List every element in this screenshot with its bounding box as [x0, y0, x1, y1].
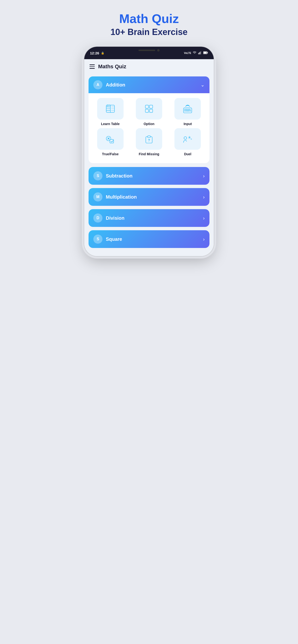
status-bar: 12:26 🔒 VoLTE	[84, 47, 214, 59]
multiplication-letter: M	[93, 192, 102, 202]
duel-item[interactable]: Duel	[170, 128, 206, 156]
true-false-box	[97, 128, 123, 150]
svg-marker-35	[188, 136, 191, 139]
addition-letter: A	[93, 80, 102, 89]
learn-table-box	[97, 98, 123, 120]
main-content: A Addition ⌄	[84, 74, 214, 256]
division-label: Division	[106, 216, 200, 221]
svg-rect-2	[199, 52, 200, 54]
addition-accordion[interactable]: A Addition ⌄	[89, 76, 209, 163]
true-false-label: True/False	[102, 152, 118, 156]
notch	[130, 47, 168, 54]
input-item[interactable]: Input	[170, 98, 206, 126]
subtraction-label: Subtraction	[106, 173, 200, 179]
division-chevron-icon: ›	[203, 216, 205, 221]
svg-rect-7	[203, 52, 207, 54]
svg-rect-32	[147, 136, 151, 138]
svg-rect-18	[150, 109, 153, 112]
division-accordion[interactable]: D Division ›	[89, 209, 209, 227]
phone-frame: 12:26 🔒 VoLTE	[84, 47, 214, 256]
find-missing-item[interactable]: ? Find Missing	[131, 128, 167, 156]
svg-marker-36	[191, 138, 192, 140]
svg-rect-3	[200, 52, 200, 54]
learn-table-label: Learn Table	[101, 122, 120, 126]
svg-text:?: ?	[148, 138, 150, 142]
division-header[interactable]: D Division ›	[89, 209, 209, 227]
duel-box	[175, 128, 201, 150]
multiplication-label: Multiplication	[106, 194, 200, 200]
square-chevron-icon: ›	[203, 236, 205, 242]
app-title: Math Quiz	[110, 12, 187, 26]
options-row-2: True/False	[92, 128, 206, 156]
square-header[interactable]: S Square ›	[89, 230, 209, 248]
svg-rect-22	[188, 109, 189, 110]
missing-icon: ?	[143, 134, 155, 144]
option-item[interactable]: Option	[131, 98, 167, 126]
svg-rect-23	[189, 109, 191, 110]
svg-rect-20	[185, 109, 186, 110]
svg-rect-6	[207, 52, 208, 53]
app-subtitle: 10+ Brain Exercise	[110, 27, 187, 37]
status-time: 12:26 🔒	[90, 51, 104, 55]
multiplication-accordion[interactable]: M Multiplication ›	[89, 188, 209, 206]
app-content: Maths Quiz A Addition ⌄	[84, 59, 214, 256]
svg-point-34	[184, 137, 187, 140]
svg-rect-13	[107, 105, 108, 106]
svg-rect-1	[198, 53, 199, 54]
division-letter: D	[93, 214, 102, 222]
square-accordion[interactable]: S Square ›	[89, 230, 209, 248]
menu-button[interactable]	[89, 64, 95, 69]
svg-rect-25	[186, 110, 189, 112]
subtraction-letter: S	[93, 171, 102, 180]
square-letter: S	[93, 234, 102, 244]
svg-rect-24	[185, 110, 186, 112]
keyboard-icon	[182, 103, 193, 114]
addition-chevron-icon: ⌄	[201, 82, 205, 88]
true-false-item[interactable]: True/False	[92, 128, 128, 156]
grid-icon	[143, 103, 155, 114]
subtraction-header[interactable]: S Subtraction ›	[89, 167, 209, 185]
multiplication-header[interactable]: M Multiplication ›	[89, 188, 209, 206]
subtraction-chevron-icon: ›	[203, 173, 205, 179]
subtraction-accordion[interactable]: S Subtraction ›	[89, 167, 209, 185]
notch-dot	[157, 49, 160, 52]
options-row-1: Learn Table	[92, 98, 206, 126]
app-header-title: Maths Quiz	[98, 64, 126, 70]
svg-rect-30	[110, 140, 113, 143]
addition-label: Addition	[106, 82, 197, 88]
header-area: Math Quiz 10+ Brain Exercise	[106, 5, 192, 47]
find-missing-label: Find Missing	[139, 152, 159, 156]
svg-rect-14	[109, 105, 110, 106]
notch-bar	[138, 50, 155, 51]
svg-rect-15	[145, 105, 148, 108]
svg-rect-17	[145, 109, 148, 112]
option-label: Option	[143, 122, 154, 126]
true-false-icon	[105, 134, 116, 144]
input-box	[175, 98, 201, 120]
multiplication-chevron-icon: ›	[203, 194, 205, 200]
learn-table-item[interactable]: Learn Table	[92, 98, 128, 126]
input-label: Input	[184, 122, 192, 126]
svg-rect-21	[186, 109, 187, 110]
svg-rect-26	[190, 110, 191, 112]
svg-rect-4	[201, 51, 201, 54]
book-icon	[105, 103, 116, 114]
square-label: Square	[106, 236, 200, 242]
svg-rect-16	[150, 105, 153, 108]
app-header: Maths Quiz	[84, 59, 214, 74]
page-wrapper: Math Quiz 10+ Brain Exercise 12:26 🔒 VoL…	[75, 5, 224, 256]
duel-label: Duel	[184, 152, 191, 156]
find-missing-box: ?	[136, 128, 162, 150]
status-icons: VoLTE	[184, 51, 208, 55]
option-box	[136, 98, 162, 120]
addition-header[interactable]: A Addition ⌄	[89, 76, 209, 93]
addition-options-grid: Learn Table	[89, 93, 209, 163]
duel-icon	[182, 134, 193, 144]
